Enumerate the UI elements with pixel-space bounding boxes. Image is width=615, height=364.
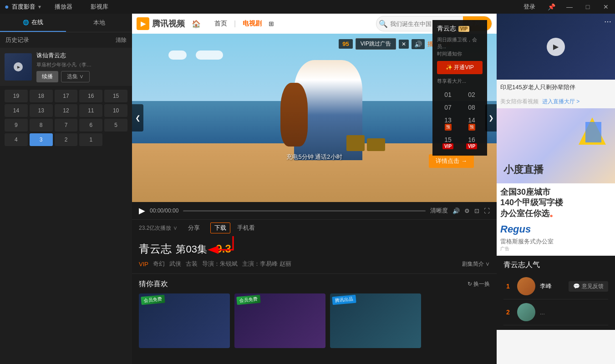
box-2 <box>367 138 385 151</box>
episode-number-2[interactable]: 2 <box>55 133 78 146</box>
tencent-nav-grid[interactable]: ⊞ <box>269 20 274 27</box>
episode-number-10[interactable]: 10 <box>104 104 127 117</box>
sidebar-tab-online[interactable]: 🌐 在线 <box>0 14 66 32</box>
episode-number-12[interactable]: 12 <box>55 104 78 117</box>
ep-16[interactable]: 16 VIP <box>461 134 483 151</box>
tab-player[interactable]: 播放器 <box>46 0 81 14</box>
right-video-thumb[interactable]: ▶ ⋯ <box>497 14 615 80</box>
share-button[interactable]: 分享 <box>184 222 203 233</box>
login-button[interactable]: 登录 <box>517 3 542 11</box>
genre-tag-3[interactable]: 古装 <box>186 260 198 268</box>
recommend-title: 猜你喜欢 ↻ 换一换 <box>139 279 490 289</box>
tencent-nav-tv[interactable]: 电视剧 <box>243 20 262 28</box>
logo-caret[interactable]: ▾ <box>38 4 41 10</box>
episode-number-19[interactable]: 19 <box>5 90 28 102</box>
episode-number-7[interactable]: 7 <box>55 119 78 131</box>
close-ad-button[interactable]: ✕ <box>399 40 409 49</box>
ep-08[interactable]: 08 <box>461 102 483 113</box>
episode-number-9[interactable]: 9 <box>5 119 28 131</box>
ep-15-badge: VIP <box>442 143 453 149</box>
episode-number-11[interactable]: 11 <box>79 104 102 117</box>
ep-vip-badge: VIP <box>458 26 469 32</box>
episode-number-3[interactable]: 3 <box>30 133 53 146</box>
vip-open-button[interactable]: ✨ 开通VIP <box>437 61 483 74</box>
progress-bar[interactable] <box>183 210 426 212</box>
volume-ctrl-button[interactable]: 🔊 <box>452 207 460 214</box>
download-button[interactable]: 下载 <box>210 222 230 233</box>
video-thumbnail <box>5 53 32 81</box>
episode-number-16[interactable]: 16 <box>79 90 102 102</box>
current-playing-item: 诛仙青云志 草庙村少年张小凡（李… 续播 选集 ∨ <box>0 48 132 86</box>
item-title: 诛仙青云志 <box>36 51 127 60</box>
resume-button[interactable]: 续播 <box>36 71 58 82</box>
genre-tag-1[interactable]: 奇幻 <box>153 260 165 268</box>
pip-button[interactable]: ⊡ <box>474 207 479 214</box>
volume-button[interactable]: 🔊 <box>412 39 425 49</box>
episode-number-18[interactable]: 18 <box>30 90 53 102</box>
episode-number-6[interactable]: 6 <box>79 119 102 131</box>
close-button[interactable]: ✕ <box>597 0 615 14</box>
scroll-right-arrow[interactable]: ❯ <box>485 104 497 131</box>
maximize-button[interactable]: □ <box>579 0 597 14</box>
avatar-1 <box>517 277 535 295</box>
vip-tag[interactable]: VIP <box>139 261 148 268</box>
rank-2: 2 <box>503 308 513 316</box>
ep-13[interactable]: 13 预 <box>437 115 459 132</box>
mobile-button[interactable]: 手机看 <box>237 224 255 232</box>
minimize-button[interactable]: — <box>560 0 579 14</box>
episode-number-5[interactable]: 5 <box>104 119 127 131</box>
refresh-button[interactable]: ↻ 换一换 <box>468 280 490 288</box>
tencent-logo: ▶ 腾讯视频 <box>137 17 185 30</box>
clear-button[interactable]: 清除 <box>116 36 127 44</box>
more-options[interactable]: ⋯ <box>604 17 611 26</box>
episode-select-button[interactable]: 选集 ∨ <box>61 71 90 82</box>
popularity-section: 青云志人气 1 李峰 💬 意见反馈 2 ... <box>497 256 615 330</box>
episode-number-15[interactable]: 15 <box>104 90 127 102</box>
sidebar-tab-local[interactable]: 本地 <box>66 14 132 32</box>
tencent-nav: 首页 | 电视剧 ⊞ <box>214 20 274 28</box>
pop-action-1[interactable]: 💬 意见反馈 <box>569 281 608 292</box>
ep-15[interactable]: 15 VIP <box>437 134 459 151</box>
tencent-nav-home[interactable]: 首页 <box>214 20 227 28</box>
clarity-button[interactable]: 清晰度 <box>430 207 448 215</box>
genre-tag-2[interactable]: 武侠 <box>169 260 181 268</box>
popularity-item-1: 1 李峰 💬 意见反馈 <box>503 273 608 299</box>
recommend-card-1[interactable]: 会员免费 <box>139 293 230 348</box>
svg-marker-1 <box>585 122 601 142</box>
live-link[interactable]: 进入直播大厅 > <box>542 98 579 106</box>
episode-number-14[interactable]: 14 <box>5 104 28 117</box>
pop-name-1: 李峰 <box>540 282 552 290</box>
ad-title: 全国30座城市140个甲级写字楼办公室任你选。 <box>500 187 611 219</box>
episode-number-17[interactable]: 17 <box>55 90 78 102</box>
sidebar: 🌐 在线 本地 历史记录 清除 诛仙青云志 草庙村少年张小凡（李… 续播 选集 … <box>0 14 132 364</box>
episode-number-1[interactable]: 1 <box>79 133 102 146</box>
intro-button[interactable]: 剧集简介 ∨ <box>462 260 490 268</box>
recommend-card-2[interactable]: 会员免费 <box>234 293 325 348</box>
ep-07[interactable]: 07 <box>437 102 459 113</box>
cloud-2 <box>196 51 223 60</box>
play-pause-button[interactable]: ▶ <box>139 206 145 216</box>
popularity-item-2: 2 ... <box>503 299 608 325</box>
live-banner[interactable]: 小度直播 <box>497 108 615 183</box>
tab-library[interactable]: 影视库 <box>81 0 117 14</box>
scroll-left-arrow[interactable]: ❮ <box>132 104 143 131</box>
pin-button[interactable]: 📌 <box>542 0 560 14</box>
settings-button[interactable]: ⚙ <box>464 207 470 214</box>
detail-button[interactable]: 详情点击 <box>429 154 474 168</box>
skip-ad-button[interactable]: VIP跳过广告 <box>356 38 396 50</box>
player-controls: ▶ 00:00/00:00 清晰度 🔊 ⚙ ⊡ ⛶ <box>132 202 497 219</box>
episode-number-4[interactable]: 4 <box>5 133 28 146</box>
ep-14[interactable]: 14 预 <box>461 115 483 132</box>
episode-number-13[interactable]: 13 <box>30 104 53 117</box>
right-play-button[interactable]: ▶ <box>547 38 565 56</box>
recommend-section: 猜你喜欢 ↻ 换一换 会员免费 会员免费 腾讯出品 <box>132 273 497 354</box>
episode-number-8[interactable]: 8 <box>30 119 53 131</box>
ep-02[interactable]: 02 <box>461 89 483 100</box>
ep-01[interactable]: 01 <box>437 89 459 100</box>
recommend-card-3[interactable]: 腾讯出品 <box>330 293 421 348</box>
live-text: 美女陪你看视频 <box>500 98 539 106</box>
fullscreen-button[interactable]: ⛶ <box>484 207 490 214</box>
main-area: 🌐 在线 本地 历史记录 清除 诛仙青云志 草庙村少年张小凡（李… 续播 选集 … <box>0 14 615 364</box>
right-video-title[interactable]: 印尼145岁老人只剩孙辈陪伴 <box>497 80 615 95</box>
history-header: 历史记录 清除 <box>0 32 132 48</box>
